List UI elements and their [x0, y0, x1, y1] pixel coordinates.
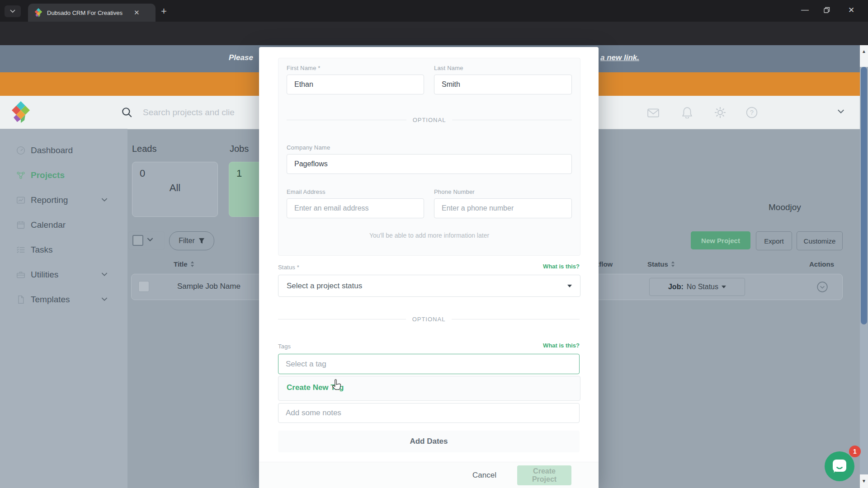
- sidebar-label: Calendar: [31, 220, 66, 230]
- tasks-icon: [16, 245, 25, 254]
- sidebar-label: Reporting: [31, 195, 68, 205]
- banner-text-fragment: Please: [229, 53, 253, 62]
- browser-tab-strip: Dubsado CRM For Creatives ✕ + — ✕: [0, 0, 868, 22]
- optional-divider-2: OPTIONAL: [278, 315, 580, 323]
- chevron-down-icon: [10, 9, 15, 13]
- export-button[interactable]: Export: [756, 231, 792, 250]
- column-header-status[interactable]: Status: [647, 260, 675, 268]
- chat-notification-badge: 1: [849, 446, 861, 457]
- customize-button[interactable]: Customize: [797, 231, 843, 250]
- tags-what-is-this-link[interactable]: What is this?: [543, 342, 580, 349]
- leads-card-label: All: [132, 182, 217, 194]
- filter-label: Filter: [179, 237, 195, 245]
- tag-search-input[interactable]: [278, 354, 580, 374]
- sidebar-item-tasks[interactable]: Tasks: [0, 240, 127, 260]
- new-tab-button[interactable]: +: [161, 5, 167, 17]
- chevron-down-icon: [101, 272, 108, 277]
- chat-widget-button[interactable]: [825, 451, 854, 481]
- add-dates-button[interactable]: Add Dates: [278, 431, 580, 452]
- sidebar-item-reporting[interactable]: Reporting: [0, 191, 127, 211]
- create-project-button[interactable]: Create Project: [517, 465, 571, 485]
- tab-search-button[interactable]: [5, 5, 21, 17]
- account-chevron-icon[interactable]: [837, 109, 844, 114]
- new-link-link[interactable]: a new link.: [600, 53, 639, 62]
- sidebar-label: Projects: [31, 170, 65, 180]
- leads-section-label: Leads: [132, 144, 157, 154]
- row-checkbox[interactable]: [138, 281, 149, 292]
- tab-close-icon[interactable]: ✕: [134, 9, 140, 17]
- dashboard-icon: [16, 146, 25, 155]
- help-icon[interactable]: ?: [746, 107, 758, 118]
- minimize-button[interactable]: —: [801, 5, 809, 14]
- phone-field[interactable]: [434, 198, 572, 218]
- first-name-label: First Name *: [287, 65, 321, 71]
- more-info-note: You'll be able to add more information l…: [278, 232, 580, 239]
- templates-icon: [16, 295, 25, 304]
- svg-text:?: ?: [750, 109, 754, 116]
- caret-down-icon: [722, 286, 726, 288]
- select-all-checkbox[interactable]: [132, 235, 143, 246]
- sidebar-item-dashboard[interactable]: Dashboard: [0, 141, 127, 161]
- scrollbar-down-arrow[interactable]: ▼: [860, 474, 868, 488]
- sidebar-item-templates[interactable]: Templates: [0, 290, 127, 310]
- tab-title: Dubsado CRM For Creatives: [47, 9, 133, 16]
- row-title[interactable]: Sample Job Name: [177, 282, 241, 291]
- leads-all-card[interactable]: 0 All: [132, 162, 218, 217]
- status-prefix: Job:: [668, 283, 684, 291]
- row-status-dropdown[interactable]: Job: No Status: [649, 278, 745, 296]
- status-what-is-this-link[interactable]: What is this?: [543, 263, 580, 270]
- cursor-pointer: [330, 379, 342, 392]
- sidebar-label: Templates: [31, 295, 70, 305]
- account-name[interactable]: Moodjoy: [769, 202, 801, 212]
- mail-icon[interactable]: [647, 108, 659, 117]
- search-icon: [121, 107, 133, 118]
- chat-bubble-icon: [832, 459, 847, 474]
- close-window-button[interactable]: ✕: [848, 5, 854, 15]
- cancel-button[interactable]: Cancel: [472, 471, 496, 480]
- tag-dropdown: Create New Tag: [278, 376, 580, 401]
- sidebar-label: Dashboard: [31, 145, 73, 155]
- add-dates-label: Add Dates: [410, 437, 448, 446]
- sidebar-item-utilities[interactable]: Utilities: [0, 265, 127, 285]
- browser-toolbar: hello.dubsado.com/projects/list/jobs ☆ I…: [0, 22, 868, 45]
- export-label: Export: [764, 237, 783, 245]
- sidebar-item-projects[interactable]: Projects: [0, 166, 127, 186]
- utilities-icon: [16, 270, 25, 279]
- sidebar-item-calendar[interactable]: Calendar: [0, 216, 127, 235]
- modal-footer: Cancel Create Project: [259, 462, 599, 488]
- email-field[interactable]: [287, 198, 424, 218]
- status-value: No Status: [687, 283, 718, 291]
- row-actions-button[interactable]: [816, 281, 828, 293]
- scrollbar-up-arrow[interactable]: ▲: [860, 45, 868, 67]
- last-name-field[interactable]: [434, 75, 572, 94]
- new-project-label: New Project: [701, 237, 740, 244]
- client-info-panel: First Name * Last Name OPTIONAL Company …: [278, 58, 580, 256]
- scrollbar-thumb[interactable]: [861, 67, 867, 324]
- funnel-icon: [198, 238, 205, 244]
- first-name-field[interactable]: [287, 75, 424, 94]
- sidebar: Dashboard Projects Reporting Calendar Ta…: [0, 129, 127, 488]
- filter-button[interactable]: Filter: [169, 231, 214, 250]
- status-select[interactable]: Select a project status: [278, 275, 580, 297]
- gear-icon[interactable]: [714, 107, 726, 118]
- status-label: Status *: [278, 264, 299, 271]
- search-input[interactable]: Search projects and clie: [143, 108, 235, 117]
- notes-input[interactable]: [278, 403, 580, 423]
- chevron-down-icon: [101, 297, 108, 301]
- last-name-label: Last Name: [434, 65, 463, 71]
- dubsado-logo-icon: [12, 101, 30, 123]
- column-header-title[interactable]: Title: [174, 260, 194, 268]
- status-select-placeholder: Select a project status: [287, 282, 362, 291]
- leads-count: 0: [140, 168, 145, 179]
- select-chevron-icon[interactable]: [147, 238, 153, 242]
- new-project-button[interactable]: New Project: [691, 231, 750, 249]
- select-all-control: [128, 231, 165, 249]
- phone-label: Phone Number: [434, 188, 475, 195]
- email-label: Email Address: [287, 188, 326, 195]
- bell-icon[interactable]: [682, 107, 693, 118]
- sidebar-label: Tasks: [31, 245, 53, 255]
- sidebar-label: Utilities: [31, 270, 58, 280]
- browser-tab[interactable]: Dubsado CRM For Creatives ✕: [28, 4, 156, 22]
- restore-button[interactable]: [824, 7, 830, 13]
- company-name-field[interactable]: [287, 154, 572, 174]
